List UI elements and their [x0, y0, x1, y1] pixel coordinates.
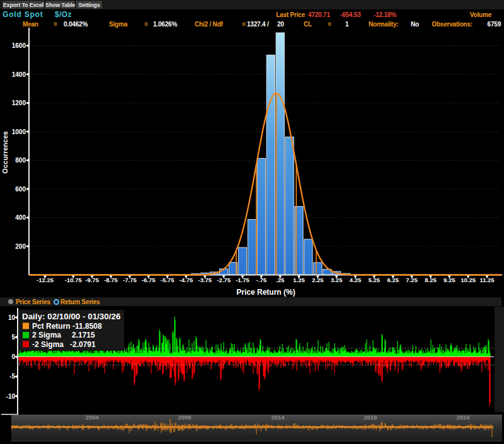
svg-text:11.25: 11.25	[479, 276, 495, 283]
svg-text:Settings: Settings	[79, 2, 100, 8]
svg-text:400: 400	[15, 214, 26, 221]
svg-text:-2 Sigma: -2 Sigma	[32, 340, 64, 349]
svg-text:-1.75: -1.75	[236, 276, 249, 283]
svg-text:1600: 1600	[12, 42, 26, 49]
svg-text:-3.75: -3.75	[198, 276, 212, 283]
svg-text:5.25: 5.25	[369, 276, 381, 283]
svg-text:Chi2 / Ndf: Chi2 / Ndf	[195, 21, 224, 28]
svg-text:-8.75: -8.75	[104, 276, 118, 283]
svg-text:-4.75: -4.75	[180, 276, 193, 283]
svg-text:-2.75: -2.75	[217, 276, 231, 283]
svg-text:1327.4 /: 1327.4 /	[247, 21, 269, 28]
svg-text:-9.75: -9.75	[85, 276, 99, 283]
svg-text:0: 0	[11, 353, 15, 360]
svg-text:-654.53: -654.53	[340, 11, 361, 18]
svg-text:1.25: 1.25	[293, 276, 305, 283]
svg-text:-5.75: -5.75	[161, 276, 175, 283]
svg-text:Last Price: Last Price	[276, 11, 305, 18]
svg-text:$/Oz: $/Oz	[55, 10, 72, 19]
svg-text:No: No	[411, 21, 419, 28]
svg-text:9.25: 9.25	[444, 276, 455, 283]
svg-text:2.1715: 2.1715	[72, 331, 95, 339]
svg-text:=: =	[54, 21, 57, 28]
svg-text:-7.75: -7.75	[123, 276, 137, 283]
svg-text:0.0462%: 0.0462%	[64, 21, 88, 28]
svg-text:1: 1	[345, 21, 349, 28]
svg-text:5: 5	[11, 334, 15, 341]
svg-text:Volume: Volume	[470, 11, 492, 18]
svg-text:1.0626%: 1.0626%	[153, 21, 177, 28]
svg-text:-10.75: -10.75	[65, 276, 83, 283]
svg-text:Occurrences: Occurrences	[1, 131, 9, 173]
svg-text:20: 20	[277, 21, 284, 28]
svg-text:Mean: Mean	[23, 21, 38, 28]
svg-text:Return Series: Return Series	[60, 299, 100, 305]
svg-text:10.25: 10.25	[461, 276, 476, 283]
svg-text:-2.0791: -2.0791	[70, 340, 96, 349]
svg-text:4.25: 4.25	[350, 276, 362, 283]
svg-text:7.25: 7.25	[406, 276, 418, 283]
svg-text:.25: .25	[276, 276, 285, 283]
svg-text:2 Sigma: 2 Sigma	[32, 331, 61, 339]
svg-text:Export To Excel: Export To Excel	[3, 2, 43, 8]
svg-text:=: =	[328, 21, 331, 28]
svg-text:Show Table: Show Table	[45, 2, 76, 8]
svg-text:2014: 2014	[271, 414, 285, 421]
svg-text:-6.75: -6.75	[142, 276, 156, 283]
svg-text:=: =	[144, 21, 148, 28]
svg-text:Daily: 02/10/00 - 01/30/26: Daily: 02/10/00 - 01/30/26	[22, 312, 120, 321]
svg-text:2024: 2024	[456, 414, 470, 421]
svg-text:2.25: 2.25	[312, 276, 324, 283]
svg-text:1000: 1000	[12, 128, 26, 135]
svg-text:Observations:: Observations:	[432, 21, 472, 28]
svg-text:Sigma: Sigma	[109, 21, 128, 28]
svg-text:10: 10	[8, 314, 16, 321]
svg-text:2004: 2004	[85, 414, 99, 421]
svg-text:6759: 6759	[488, 21, 501, 28]
svg-text:200: 200	[15, 243, 26, 250]
svg-text:-10: -10	[6, 393, 16, 400]
svg-text:Price Return (%): Price Return (%)	[236, 288, 295, 297]
svg-text:2019: 2019	[364, 414, 377, 421]
svg-text:8.25: 8.25	[425, 276, 437, 283]
svg-text:800: 800	[15, 157, 26, 164]
svg-text:-12.25: -12.25	[37, 276, 54, 283]
svg-text:=: =	[242, 21, 246, 28]
svg-text:600: 600	[15, 186, 26, 193]
svg-text:3.25: 3.25	[331, 276, 343, 283]
svg-text:6.25: 6.25	[387, 276, 399, 283]
svg-text:-.75: -.75	[256, 276, 267, 283]
svg-text:CL: CL	[304, 21, 312, 28]
svg-text:-5: -5	[9, 373, 15, 380]
svg-text:Gold Spot: Gold Spot	[3, 10, 43, 19]
svg-text:1200: 1200	[12, 100, 26, 106]
svg-text:Normality:: Normality:	[369, 21, 398, 28]
svg-text:Pct Return -11.8508: Pct Return -11.8508	[32, 322, 102, 331]
svg-text:-12.18%: -12.18%	[374, 11, 396, 18]
svg-text:Price Series: Price Series	[16, 299, 51, 305]
svg-text:2009: 2009	[178, 414, 191, 421]
svg-text:1400: 1400	[12, 71, 26, 78]
svg-text:4720.71: 4720.71	[308, 11, 330, 18]
